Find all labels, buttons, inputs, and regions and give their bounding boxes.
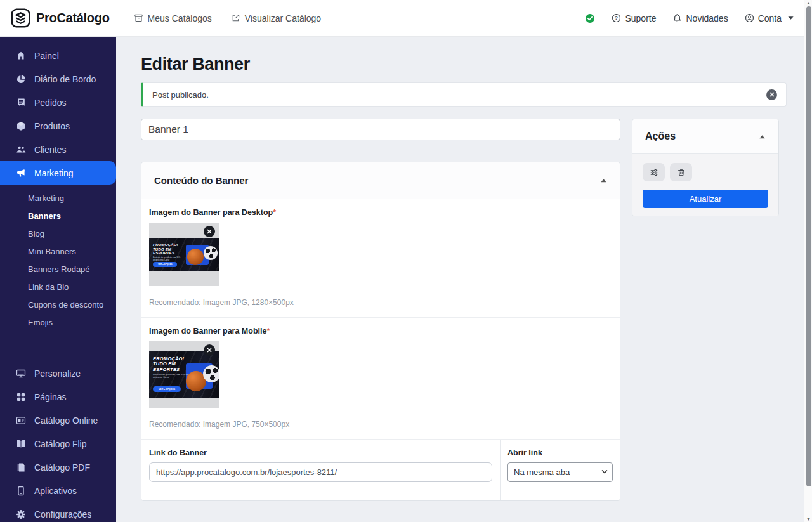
sidebar-item-pedidos[interactable]: Pedidos (0, 91, 116, 114)
sidebar-item-label: Pedidos (34, 98, 67, 108)
external-link-icon (231, 13, 240, 23)
marketing-submenu: Marketing Banners Blog Mini Banners Bann… (18, 188, 116, 332)
page-title: Editar Banner (141, 55, 787, 74)
submenu-item-banners-rodape[interactable]: Banners Rodapé (18, 260, 116, 278)
submenu-item-blog[interactable]: Blog (18, 225, 116, 242)
mobile-banner-preview-image: PROMOÇÃO! TUDO EM ESPORTES Produtos de q… (149, 351, 219, 398)
box-icon (16, 121, 26, 131)
card-icon (16, 415, 26, 426)
submenu-item-cupons-de-desconto[interactable]: Cupons de desconto (18, 296, 116, 313)
sidebar-item-aplicativos[interactable]: Aplicativos (0, 479, 116, 502)
soccer-ball-graphic (203, 365, 219, 382)
update-button[interactable]: Atualizar (643, 190, 768, 208)
grid-icon (16, 392, 26, 402)
desktop-image-hint: Recomendado: Imagem JPG, 1280×500px (149, 298, 612, 307)
sidebar-item-configuracoes[interactable]: Configurações (0, 502, 116, 522)
close-x-icon (207, 229, 212, 234)
nav-visualizar-catalogo[interactable]: Visualizar Catálogo (231, 13, 321, 23)
nav-conta-label: Conta (758, 13, 782, 23)
content-card-header[interactable]: Conteúdo do Banner (141, 162, 620, 199)
required-asterisk: * (273, 208, 276, 217)
actions-card: Ações Atu (632, 119, 779, 216)
desktop-image-section: Imagem do Banner para Desktop* (141, 199, 620, 318)
settings-sliders-button[interactable] (643, 163, 665, 181)
actions-card-body: Atualizar (632, 154, 778, 216)
delete-banner-button[interactable] (670, 163, 692, 181)
sidebar-item-painel[interactable]: Painel (0, 44, 116, 67)
sidebar-item-label: Marketing (34, 168, 73, 178)
sidebar-item-label: Catálogo Flip (34, 439, 87, 449)
sidebar-item-personalize[interactable]: Personalize (0, 362, 116, 385)
remove-mobile-image-button[interactable] (204, 344, 215, 356)
orders-icon (16, 98, 26, 108)
monitor-icon (16, 369, 26, 379)
banner-name-input[interactable] (141, 119, 620, 140)
sidebar-item-label: Catálogo PDF (34, 462, 90, 473)
sidebar-item-catalogo-pdf[interactable]: Catálogo PDF (0, 455, 116, 479)
sidebar-item-label: Configurações (34, 509, 91, 519)
sidebar-item-produtos[interactable]: Produtos (0, 114, 116, 138)
submenu-item-emojis[interactable]: Emojis (18, 313, 116, 331)
close-x-icon (207, 348, 212, 353)
submenu-item-banners[interactable]: Banners (18, 207, 116, 225)
svg-text:?: ? (615, 15, 619, 21)
brand[interactable]: ProCatálogo (10, 8, 110, 29)
nav-meus-catalogos-label: Meus Catálogos (148, 13, 212, 23)
sidebar-item-label: Catálogo Online (34, 415, 98, 426)
nav-novidades[interactable]: Novidades (672, 13, 728, 23)
main-content: Editar Banner Post publicado. Conteúdo d… (116, 37, 812, 522)
sidebar-item-label: Painel (34, 51, 59, 61)
status-ok-indicator (585, 13, 595, 23)
sidebar-item-label: Páginas (34, 392, 67, 402)
book-icon (16, 439, 26, 449)
collapse-caret-icon[interactable] (600, 178, 607, 183)
actions-card-header[interactable]: Ações (632, 119, 778, 154)
mobile-image-label: Imagem do Banner para Mobile* (149, 327, 612, 336)
collapse-caret-icon[interactable] (759, 134, 766, 140)
home-icon (16, 51, 26, 61)
soccer-ball-graphic (204, 246, 218, 260)
required-asterisk: * (266, 327, 270, 336)
sidebar-item-diario-de-bordo[interactable]: Diário de Bordo (0, 67, 116, 91)
alert-close-button[interactable] (766, 89, 777, 100)
window-scrollbar[interactable]: ▲ ▼ (804, 0, 812, 522)
scroll-down-arrow[interactable]: ▼ (804, 517, 812, 521)
submenu-item-link-da-bio[interactable]: Link da Bio (18, 278, 116, 296)
actions-card-title: Ações (645, 131, 676, 142)
desktop-banner-preview-image: PROMOÇÃO! TUDO EM ESPORTES Produtos de q… (149, 238, 219, 271)
open-link-select[interactable]: Na mesma aba (508, 462, 613, 482)
mobile-image-thumbnail: PROMOÇÃO! TUDO EM ESPORTES Produtos de q… (149, 341, 219, 408)
people-icon (16, 145, 26, 155)
sliders-icon (650, 168, 658, 177)
sidebar-item-marketing[interactable]: Marketing (0, 161, 116, 185)
submenu-item-mini-banners[interactable]: Mini Banners (18, 242, 116, 260)
submenu-item-marketing[interactable]: Marketing (18, 189, 116, 207)
nav-suporte[interactable]: ? Suporte (612, 13, 656, 23)
layers-logo-icon (10, 8, 31, 29)
scroll-up-arrow[interactable]: ▲ (804, 1, 812, 5)
sidebar: Painel Diário de Bordo Pedidos Produtos … (0, 37, 116, 522)
banner-link-label: Link do Banner (149, 448, 492, 457)
close-x-icon (769, 92, 775, 97)
mobile-image-section: Imagem do Banner para Mobile* (141, 318, 620, 440)
sidebar-item-clientes[interactable]: Clientes (0, 138, 116, 161)
scrollbar-thumb[interactable] (806, 6, 811, 486)
banner-link-input[interactable] (149, 462, 492, 482)
bell-icon (672, 13, 682, 23)
sidebar-item-paginas[interactable]: Páginas (0, 385, 116, 408)
sidebar-item-catalogo-online[interactable]: Catálogo Online (0, 408, 116, 432)
nav-meus-catalogos[interactable]: Meus Catálogos (134, 13, 212, 23)
brand-name: ProCatálogo (36, 11, 110, 25)
sidebar-item-label: Produtos (34, 121, 70, 131)
gear-icon (16, 509, 26, 519)
top-navbar: ProCatálogo Meus Catálogos Visualizar Ca… (0, 0, 812, 37)
nav-suporte-label: Suporte (625, 13, 656, 23)
nav-conta-menu[interactable]: Conta (745, 13, 796, 23)
sidebar-item-catalogo-flip[interactable]: Catálogo Flip (0, 432, 116, 455)
person-circle-icon (745, 13, 754, 23)
remove-desktop-image-button[interactable] (204, 226, 215, 237)
app-window: ProCatálogo Meus Catálogos Visualizar Ca… (0, 0, 812, 522)
banner-link-row: Link do Banner Abrir link Na mesma aba (141, 440, 620, 500)
pdf-icon (16, 462, 26, 473)
sidebar-item-label: Aplicativos (34, 486, 77, 496)
